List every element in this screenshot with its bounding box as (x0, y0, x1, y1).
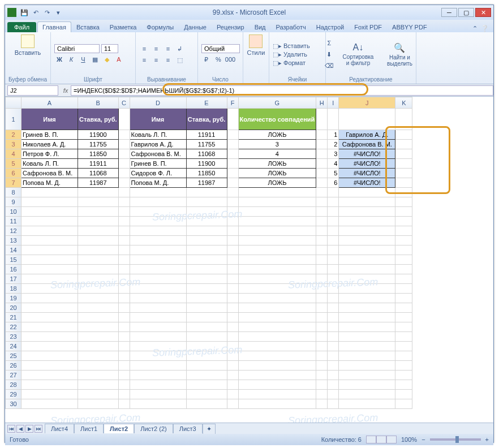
cell[interactable] (186, 390, 227, 399)
cell[interactable] (186, 188, 227, 197)
cell[interactable]: 5 (328, 169, 339, 178)
fill-color-button[interactable]: ◆ (102, 54, 112, 64)
cell[interactable] (316, 130, 328, 140)
tab-formulas[interactable]: Формулы (141, 21, 179, 32)
cell[interactable] (339, 217, 395, 226)
cell[interactable] (316, 332, 328, 342)
underline-button[interactable]: Ч (78, 54, 88, 64)
align-middle-icon[interactable]: ≡ (151, 44, 161, 54)
cell[interactable] (339, 188, 395, 197)
cell[interactable] (238, 380, 316, 390)
cell[interactable] (78, 188, 119, 197)
cell[interactable] (328, 188, 339, 197)
cell[interactable] (21, 390, 78, 399)
cell[interactable] (316, 390, 328, 399)
sheet-nav-last[interactable]: ⏭ (35, 425, 42, 433)
row-header[interactable]: 5 (6, 159, 21, 169)
cell[interactable] (118, 140, 130, 149)
cell[interactable] (339, 332, 395, 342)
cell[interactable] (238, 342, 316, 351)
cell[interactable]: Сидоров Ф. Л. (130, 169, 186, 178)
cell[interactable] (316, 159, 328, 169)
cell[interactable]: 11911 (186, 130, 227, 140)
cell[interactable] (130, 342, 186, 351)
cell[interactable] (186, 197, 227, 207)
cell[interactable] (339, 380, 395, 390)
cell[interactable]: Попова М. Д. (21, 178, 78, 188)
sheet-tab[interactable]: Лист4 (45, 424, 74, 433)
cell[interactable] (78, 399, 119, 409)
cell[interactable] (118, 265, 130, 274)
align-bottom-icon[interactable]: ≡ (163, 44, 173, 54)
cell[interactable] (395, 361, 412, 371)
row-header[interactable]: 23 (6, 332, 21, 342)
cell[interactable] (395, 322, 412, 332)
cell[interactable] (186, 245, 227, 255)
cell[interactable] (395, 245, 412, 255)
view-layout-button[interactable] (376, 436, 386, 443)
cell[interactable] (78, 236, 119, 245)
col-header[interactable]: A (21, 97, 78, 109)
align-right-icon[interactable]: ≡ (163, 55, 173, 65)
row-header[interactable]: 16 (6, 265, 21, 274)
cell[interactable] (395, 380, 412, 390)
row-header[interactable]: 17 (6, 274, 21, 284)
row-header[interactable]: 2 (6, 130, 21, 140)
cell[interactable] (328, 361, 339, 371)
cell[interactable] (227, 322, 238, 332)
cell[interactable] (328, 265, 339, 274)
cell[interactable] (227, 109, 238, 130)
cell[interactable]: ЛОЖЬ (238, 130, 316, 140)
maximize-button[interactable]: ▢ (458, 8, 474, 17)
cell[interactable] (339, 284, 395, 294)
cell[interactable]: ЛОЖЬ (238, 159, 316, 169)
cell[interactable] (238, 371, 316, 380)
cell[interactable] (227, 303, 238, 313)
tab-view[interactable]: Вид (250, 21, 271, 32)
sort-filter-button[interactable]: A↓ Сортировка и фильтр (339, 41, 377, 67)
cell[interactable] (316, 109, 328, 130)
cell[interactable]: 11900 (186, 159, 227, 169)
cell[interactable] (316, 371, 328, 380)
italic-button[interactable]: К (66, 54, 76, 64)
cell[interactable] (238, 390, 316, 399)
cell[interactable] (21, 399, 78, 409)
row-header[interactable]: 20 (6, 303, 21, 313)
cell[interactable] (21, 371, 78, 380)
col-header[interactable]: F (227, 97, 238, 109)
cell[interactable] (118, 380, 130, 390)
cell[interactable] (130, 294, 186, 303)
cell[interactable] (78, 226, 119, 236)
currency-icon[interactable]: ₽ (201, 54, 212, 64)
align-center-icon[interactable]: ≡ (151, 55, 161, 65)
cell[interactable] (78, 332, 119, 342)
cell[interactable] (227, 217, 238, 226)
cell[interactable] (118, 342, 130, 351)
styles-button[interactable]: Стили (247, 33, 265, 57)
sheet-tab[interactable]: Лист1 (74, 424, 104, 433)
cell[interactable] (227, 284, 238, 294)
cell[interactable] (328, 399, 339, 409)
cell[interactable]: Сафронова В. М. (130, 149, 186, 159)
cell[interactable] (118, 217, 130, 226)
cell[interactable] (118, 169, 130, 178)
cell[interactable] (339, 207, 395, 217)
cell[interactable] (395, 178, 412, 188)
cell[interactable] (316, 149, 328, 159)
col-header[interactable]: H (316, 97, 328, 109)
cell[interactable] (395, 342, 412, 351)
cell[interactable] (395, 130, 412, 140)
cell[interactable] (118, 245, 130, 255)
cell[interactable] (316, 265, 328, 274)
minimize-ribbon-icon[interactable]: ⌃ (472, 25, 478, 32)
cell[interactable] (78, 361, 119, 371)
cell[interactable] (316, 178, 328, 188)
cell[interactable] (186, 284, 227, 294)
cell[interactable] (339, 294, 395, 303)
cell[interactable] (21, 342, 78, 351)
cell[interactable] (186, 303, 227, 313)
cell[interactable] (227, 399, 238, 409)
cell[interactable] (227, 178, 238, 188)
cell[interactable] (395, 274, 412, 284)
clear-icon[interactable]: ⌫ (324, 61, 334, 71)
